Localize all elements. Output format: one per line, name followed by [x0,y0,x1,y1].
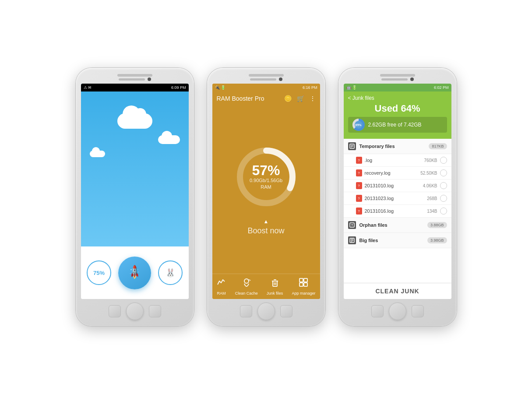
donut-chart[interactable]: 57% 0.90Gb/1.56Gb RAM [233,144,299,210]
nav-ram-label: RAM [217,291,226,296]
file-20131016[interactable]: ? 20131016.log 134B [344,205,451,218]
boost-button[interactable]: 🚀 [118,257,151,289]
file-20131010-size: 4.06KB [423,183,437,188]
back-button[interactable]: < Junk files [348,95,447,101]
phone-1: ⚠ ✉ 6:09 PM 75% [76,68,194,326]
ram-percent: 57% [250,163,282,177]
big-files-category[interactable]: Big files 3.98GB [344,233,451,248]
phone2-status-left: 🔌 🔋 [215,85,226,90]
file-log-checkbox[interactable] [440,157,447,164]
phone2-menu-button[interactable] [280,305,292,317]
file-20131023-checkbox[interactable] [440,195,447,202]
phone1-home-button[interactable] [126,303,144,320]
svg-rect-7 [304,283,307,286]
boost-arrow-icon: ▲ [264,218,269,225]
phone2-home-button[interactable] [257,303,275,320]
file-recovery-log[interactable]: ? recovery.log 52.50KB [344,167,451,179]
cloud-small2 [90,151,105,157]
phone1-top [81,77,189,81]
file-20131016-size: 134B [427,209,437,214]
file-20131010-checkbox[interactable] [440,182,447,189]
donut-center: 57% 0.90Gb/1.56Gb RAM [250,163,282,190]
orphan-files-category[interactable]: ? Orphan files 3.88GB [344,218,451,233]
svg-rect-4 [299,278,303,282]
phone3-status-icons: 🤖 🔋 [346,85,357,90]
phones-container: ⚠ ✉ 6:09 PM 75% [0,0,532,394]
cart-icon[interactable]: 🛒 [297,95,304,102]
temp-files-category[interactable]: Temporary files 817KB [344,139,451,154]
temp-files-size: 817KB [429,143,447,149]
phone3-menu-button[interactable] [412,305,424,317]
file-recovery-checkbox[interactable] [440,169,447,176]
orphan-files-name: Orphan files [359,222,388,228]
clean-button-phone1[interactable]: 🐰 [158,260,183,285]
nav-junk-label: Junk files [267,291,283,296]
phone3-top [344,77,451,81]
more-icon[interactable]: ⋮ [310,95,316,102]
phone1-controls: 75% 🚀 🐰 [81,246,189,299]
nav-clean-cache-label: Clean Cache [235,291,258,296]
file-log-size: 760KB [424,158,437,163]
clean-junk-button[interactable]: CLEAN JUNK [344,283,451,299]
orphan-files-icon: ? [348,221,356,229]
ram-percent-button[interactable]: 75% [87,260,111,285]
nav-junk-files[interactable]: Junk files [267,278,283,296]
phone2-header-icons: 🪙 🛒 ⋮ [284,95,316,102]
phone2-camera [279,77,282,81]
coins-icon[interactable]: 🪙 [284,95,292,102]
phone1-status-icons: ⚠ ✉ [84,85,92,90]
phone2-status-icons: 🔌 🔋 [215,85,226,90]
ram-info: 0.90Gb/1.56Gb [250,177,282,183]
app-manager-icon [299,278,308,289]
file-20131010-name: 20131010.log [365,183,394,188]
temp-files-name: Temporary files [359,144,395,149]
file-20131016-right: 134B [427,208,447,215]
phone2-main: 57% 0.90Gb/1.56Gb RAM ▲ Boost now [212,106,320,274]
phone3-header: < Junk files Used 64% 65% 2.62GB free of… [344,91,451,139]
file-log-name: .log [365,158,373,163]
nav-ram[interactable]: RAM [217,278,226,296]
cloud-small [158,135,180,144]
boost-now-label: Boost now [247,226,284,236]
file-20131010-icon: ? [356,182,362,189]
file-20131023-right: 268B [427,195,447,202]
file-20131023[interactable]: ? 20131023.log 268B [344,192,451,205]
ram-label: RAM [250,184,282,190]
phone1-status-left: ⚠ ✉ [84,85,92,90]
file-recovery-right: 52.50KB [420,169,447,176]
phone3-bottom [344,303,451,320]
file-20131010[interactable]: ? 20131010.log 4.06KB [344,179,451,192]
phone3-back-button[interactable] [371,305,384,317]
file-recovery-left: ? recovery.log [356,169,391,176]
phone1-menu-button[interactable] [149,305,161,317]
file-recovery-name: recovery.log [365,170,391,176]
file-20131016-checkbox[interactable] [440,208,447,215]
file-log-right: 760KB [424,157,447,164]
used-percent-title: Used 64% [348,103,447,114]
phone2-screen: 🔌 🔋 6:16 PM RAM Booster Pro 🪙 🛒 ⋮ [212,84,320,299]
ram-percent-label: 75% [93,270,105,276]
junk-files-icon [270,278,280,289]
file-log[interactable]: ? .log 760KB [344,154,451,167]
phone1-bottom [81,303,189,320]
phone3-home-button[interactable] [389,303,406,320]
file-20131023-icon: ? [356,195,362,202]
file-list: Temporary files 817KB ? .log 760KB [344,139,451,283]
file-20131016-left: ? 20131016.log [356,208,394,215]
phone1-status-right: 6:09 PM [171,85,186,90]
phone1-status-bar: ⚠ ✉ 6:09 PM [81,84,189,91]
phone3-status-right: 6:02 PM [434,85,449,90]
orphan-files-label: ? Orphan files [348,221,388,229]
phone1-back-button[interactable] [109,305,121,317]
phone3-speaker [381,78,408,81]
boost-area[interactable]: ▲ Boost now [247,218,284,236]
big-files-name: Big files [359,238,378,243]
temp-files-icon [348,142,356,150]
nav-clean-cache[interactable]: Clean Cache [235,278,258,296]
phone1-sky [81,91,189,246]
file-20131023-name: 20131023.log [365,196,394,201]
phone2-back-button[interactable] [240,305,252,317]
recovery-file-icon: ? [356,169,362,176]
nav-app-manager[interactable]: App manager [292,278,315,296]
phone1-speaker [119,78,145,81]
